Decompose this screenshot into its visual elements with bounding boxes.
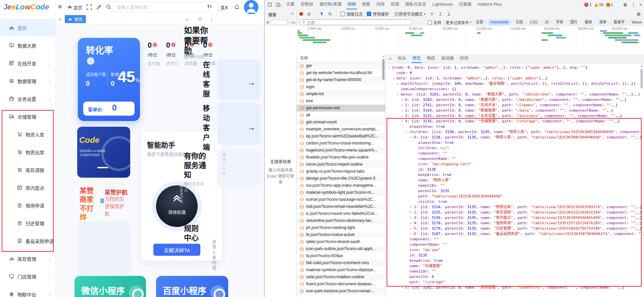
sidebar-item[interactable]: 借用申请 bbox=[0, 196, 55, 214]
tree-arrow-icon[interactable]: ▸ bbox=[401, 103, 405, 108]
tree-arrow-icon[interactable]: ▸ bbox=[401, 108, 405, 113]
throttling-dropdown[interactable]: 已停用节流模式 ▾ bbox=[393, 11, 426, 17]
json-line[interactable]: icon: "ep:van" bbox=[386, 247, 644, 253]
json-line[interactable]: ▸deptInfoList: [{deptId: 100, deptName: … bbox=[386, 81, 644, 86]
request-row[interactable]: {} login bbox=[297, 83, 385, 91]
tree-arrow-icon[interactable]: ▸ bbox=[410, 215, 414, 221]
tree-arrow-icon[interactable]: ▸ bbox=[401, 113, 405, 119]
request-row[interactable]: {} tdesign.json?icons=file-1%2Csystem-3 bbox=[297, 175, 385, 182]
json-line[interactable]: parentId: 0 bbox=[386, 274, 644, 280]
request-list-scrollbar[interactable]: ▲ bbox=[382, 54, 385, 297]
devtools-tab[interactable]: 应用 bbox=[388, 0, 402, 9]
detail-tab[interactable]: 预览 bbox=[409, 54, 424, 63]
refresh-icon[interactable] bbox=[198, 17, 203, 22]
detail-tab[interactable]: 时间 bbox=[457, 54, 471, 63]
avatar[interactable] bbox=[244, 0, 258, 14]
request-row[interactable]: {} simple-list bbox=[297, 91, 385, 98]
tree-arrow-icon[interactable]: ▸ bbox=[410, 210, 414, 215]
close-icon[interactable]: × bbox=[291, 11, 294, 16]
network-conditions-icon[interactable] bbox=[430, 12, 434, 16]
json-line[interactable]: alwaysShow: true bbox=[386, 140, 644, 145]
json-line[interactable]: jeeLowCodepermissions: {} bbox=[386, 86, 644, 92]
baidu-miniapp-card[interactable]: 百度小程序 bbox=[156, 276, 228, 297]
tree-arrow-icon[interactable]: ▾ bbox=[410, 135, 414, 140]
issues-badge[interactable]: 1 bbox=[606, 3, 613, 7]
hamburger-icon[interactable]: ≡ bbox=[58, 3, 62, 10]
json-line[interactable]: ▾menus: [{id: 3203, parentId: 0, name: "… bbox=[386, 92, 644, 97]
json-line[interactable]: ▸1: {id: 2761, parentId: 0, name: "在线开发"… bbox=[386, 103, 644, 108]
tree-arrow-icon[interactable]: ▸ bbox=[410, 221, 414, 226]
tree-arrow-icon[interactable]: ▾ bbox=[388, 65, 392, 70]
inspect-icon[interactable] bbox=[267, 2, 273, 7]
gear-icon[interactable] bbox=[623, 2, 628, 7]
request-row[interactable]: {} fe.json?icons=notice-active bbox=[297, 231, 385, 238]
request-row[interactable]: {} streamline.json?icons=dictionary-lan.… bbox=[297, 217, 385, 224]
clean-broom-icon[interactable] bbox=[96, 4, 102, 10]
json-line[interactable]: parentId: 3135 bbox=[386, 188, 644, 194]
preserve-log-checkbox[interactable]: 保留日志 bbox=[341, 11, 363, 17]
tree-arrow-icon[interactable]: ▸ bbox=[410, 226, 414, 231]
sidebar-item[interactable]: 库存管理 ⌄ bbox=[0, 250, 55, 268]
fullscreen-icon[interactable] bbox=[86, 4, 92, 10]
json-line[interactable]: ▾0: {id: 3136, parentId: 3135, name: "物资… bbox=[386, 135, 644, 140]
json-line[interactable]: ▸5: {id: 3179, parentId: 3135, name: "归还… bbox=[386, 226, 644, 231]
menu-search-input[interactable] bbox=[113, 2, 208, 12]
devtools-tab[interactable]: 源代码/来源 bbox=[316, 0, 345, 9]
devtools-tab[interactable]: Adblock Plus bbox=[475, 0, 505, 9]
tree-arrow-icon[interactable]: ▸ bbox=[401, 97, 405, 103]
chevron-down-icon[interactable]: ⌄ bbox=[87, 57, 94, 65]
font-size-icon[interactable]: Tт bbox=[207, 4, 212, 9]
json-line[interactable]: component: "" bbox=[386, 237, 644, 242]
import-har-icon[interactable] bbox=[438, 12, 443, 16]
devtools-tab[interactable]: Lighthouse bbox=[429, 0, 456, 9]
request-row[interactable]: {} fa6-solid.json?icons=comment-sms bbox=[297, 259, 385, 266]
clear-icon[interactable]: ⊘ bbox=[307, 11, 311, 17]
request-row[interactable]: {} fluent.json?icons=document-databas... bbox=[297, 281, 385, 288]
sidebar-item[interactable]: 物联中台 ⌄ bbox=[0, 285, 55, 297]
resolve-button[interactable]: 去解决掉TA bbox=[153, 244, 200, 256]
json-line[interactable]: ▸2: {id: 3155, parentId: 3135, name: "库存… bbox=[386, 210, 644, 215]
request-row[interactable]: {} material-symbols.json?icons=deploye..… bbox=[297, 266, 385, 274]
kebab-menu-icon[interactable]: ⋮ bbox=[631, 2, 636, 7]
wechat-miniapp-card[interactable]: 微信小程序 bbox=[75, 276, 146, 297]
scroll-up-icon[interactable]: ▲ bbox=[640, 64, 643, 68]
tree-arrow-icon[interactable]: ▾ bbox=[393, 76, 396, 81]
request-row[interactable]: {} example_overview_conversion,exampl... bbox=[297, 126, 385, 133]
json-line[interactable]: ▾children: [{id: 3136, parentId: 3135, n… bbox=[386, 129, 644, 135]
request-row[interactable]: {} get-permission-info bbox=[297, 105, 385, 112]
search-pane-tab[interactable]: 搜索 × bbox=[265, 9, 297, 18]
request-row[interactable]: {} flowbite.json?icons=file-pen-outline bbox=[297, 154, 385, 161]
sidebar-item[interactable]: 仓储管理 ⌃ bbox=[0, 108, 55, 125]
json-line[interactable]: ▸5: {id: 3202, parentId: 0, name: "库存管理"… bbox=[386, 285, 644, 290]
json-line[interactable]: nameI18n: "" bbox=[386, 269, 644, 274]
devtools-tab[interactable]: 内存 bbox=[374, 0, 388, 9]
tree-arrow-icon[interactable]: ▾ bbox=[401, 119, 405, 124]
json-line[interactable]: ▾4: {id: 3135, parentId: 0, name: "仓储管理"… bbox=[386, 119, 644, 124]
json-line[interactable]: nameI18n: "" bbox=[386, 183, 644, 188]
json-line[interactable]: ▸3: {id: 3156, parentId: 3135, name: "库内… bbox=[386, 215, 644, 221]
tree-arrow-icon[interactable]: ▸ bbox=[397, 81, 401, 86]
filter-pill[interactable]: 字体 bbox=[553, 19, 566, 25]
app-logo[interactable]: JeeLowCode bbox=[3, 3, 49, 11]
network-settings-gear-icon[interactable] bbox=[636, 11, 641, 17]
close-icon[interactable]: × bbox=[386, 56, 395, 61]
request-row[interactable]: {} hugeicons.json?icons=menu-square%... bbox=[297, 147, 385, 154]
translate-icon[interactable]: 文A bbox=[220, 4, 228, 10]
sidebar-item[interactable]: 物资入库 bbox=[0, 125, 55, 143]
more-filters-dropdown[interactable]: 更多过滤条件 ▾ bbox=[446, 20, 471, 25]
export-har-icon[interactable] bbox=[447, 12, 451, 16]
request-row[interactable]: {} tree bbox=[297, 98, 385, 105]
json-line[interactable]: path: "/storage" bbox=[386, 280, 644, 285]
record-icon[interactable] bbox=[299, 12, 303, 16]
search-pane-input[interactable] bbox=[270, 20, 287, 25]
tree-arrow-icon[interactable]: ▸ bbox=[410, 204, 414, 210]
sidebar-item[interactable]: 归还管理 bbox=[0, 214, 55, 232]
tree-arrow-icon[interactable]: ▸ bbox=[410, 231, 414, 237]
sidebar-item[interactable]: 数据管理 ⌄ bbox=[0, 72, 55, 90]
json-line[interactable]: ▾data: {user: {id: 1, nickname: "admin",… bbox=[386, 76, 644, 81]
sidebar-item[interactable]: 数据大屏 bbox=[0, 37, 55, 54]
detail-tab[interactable]: 标头 bbox=[395, 54, 409, 63]
sidebar-item[interactable]: 在线开发 ⌄ bbox=[0, 54, 55, 72]
sidebar-item[interactable]: 备品采购申请 bbox=[0, 232, 55, 250]
filter-pill[interactable]: Wasm bbox=[629, 19, 644, 25]
